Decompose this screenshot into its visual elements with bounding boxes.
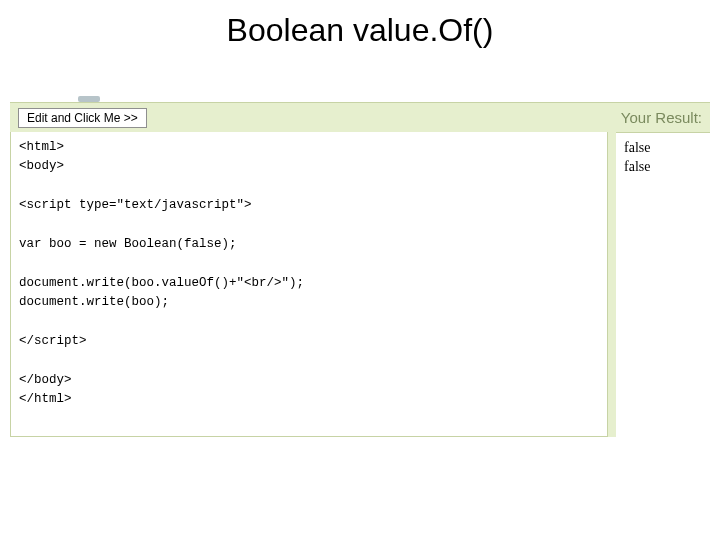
code-textarea[interactable]: <html> <body> <script type="text/javascr…	[10, 132, 608, 437]
output-pane: false false	[616, 132, 710, 437]
output-line: false	[624, 158, 702, 177]
edit-and-run-button[interactable]: Edit and Click Me >>	[18, 108, 147, 128]
output-line: false	[624, 139, 702, 158]
result-label: Your Result:	[621, 109, 702, 126]
editor-panes: <html> <body> <script type="text/javascr…	[10, 132, 710, 437]
editor-header: Edit and Click Me >> Your Result:	[10, 102, 710, 132]
pane-divider	[608, 132, 616, 437]
slide: Boolean value.Of() Edit and Click Me >> …	[0, 0, 720, 540]
page-title: Boolean value.Of()	[0, 0, 720, 61]
tryit-editor: Edit and Click Me >> Your Result: <html>…	[10, 102, 710, 437]
